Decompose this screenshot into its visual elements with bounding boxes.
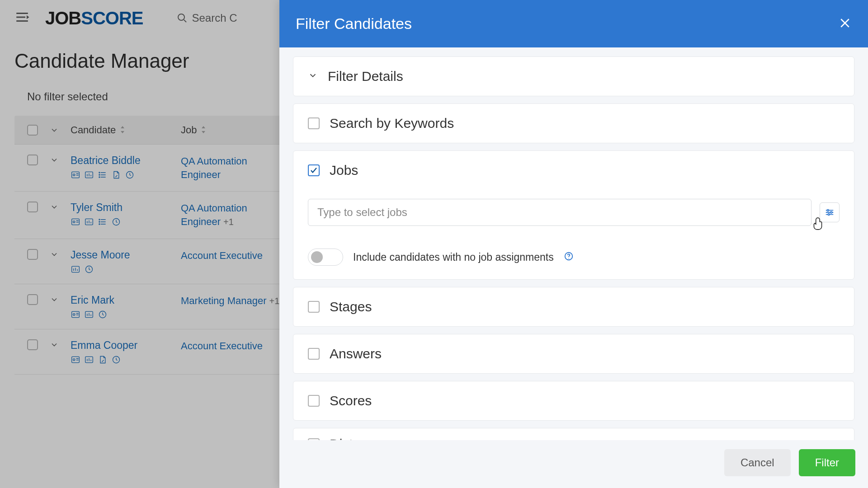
chevron-down-icon	[308, 70, 318, 82]
modal-title: Filter Candidates	[296, 15, 412, 33]
modal-body: Filter Details Search by Keywords Jobs	[279, 47, 868, 440]
keywords-label: Search by Keywords	[330, 116, 454, 131]
section-jobs: Jobs Type to select jobs Include candida…	[293, 150, 854, 280]
jobs-placeholder: Type to select jobs	[317, 206, 407, 219]
scores-checkbox[interactable]	[308, 395, 320, 407]
section-answers[interactable]: Answers	[293, 334, 854, 374]
svg-point-26	[830, 211, 832, 213]
svg-point-27	[828, 214, 830, 216]
filter-details-label: Filter Details	[328, 69, 403, 84]
jobs-checkbox[interactable]	[308, 164, 320, 176]
section-distance[interactable]: Distance	[293, 428, 854, 440]
include-no-job-toggle[interactable]	[308, 249, 343, 266]
svg-point-29	[568, 258, 569, 258]
svg-point-25	[827, 210, 829, 211]
modal-header: Filter Candidates	[279, 0, 868, 47]
close-icon[interactable]	[838, 16, 852, 32]
section-keywords[interactable]: Search by Keywords	[293, 103, 854, 143]
cancel-button[interactable]: Cancel	[724, 449, 791, 476]
answers-label: Answers	[330, 346, 382, 361]
section-filter-details[interactable]: Filter Details	[293, 56, 854, 96]
filter-modal: Filter Candidates Filter Details Search …	[279, 0, 868, 488]
cursor-icon	[812, 217, 824, 232]
section-scores[interactable]: Scores	[293, 381, 854, 421]
distance-label: Distance	[330, 436, 382, 440]
stages-label: Stages	[330, 299, 372, 314]
modal-footer: Cancel Filter	[279, 440, 868, 488]
answers-checkbox[interactable]	[308, 348, 320, 360]
filter-button[interactable]: Filter	[799, 449, 855, 476]
help-icon[interactable]	[564, 251, 574, 263]
section-stages[interactable]: Stages	[293, 287, 854, 327]
stages-checkbox[interactable]	[308, 301, 320, 313]
keywords-checkbox[interactable]	[308, 117, 320, 129]
jobs-label: Jobs	[330, 163, 358, 178]
include-no-job-label: Include candidates with no job assignmen…	[353, 251, 554, 263]
jobs-select-input[interactable]: Type to select jobs	[308, 199, 811, 226]
scores-label: Scores	[330, 393, 372, 408]
